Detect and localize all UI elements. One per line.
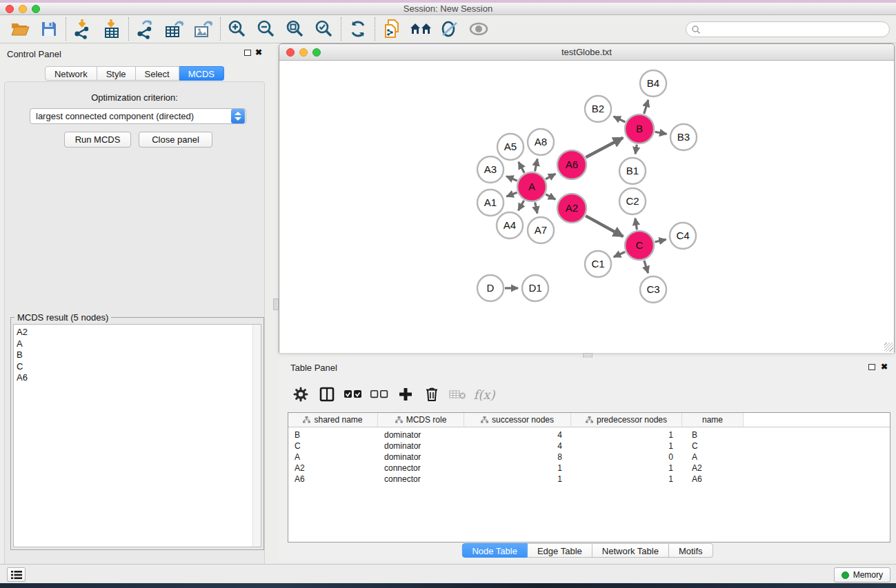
cell-predecessor-nodes[interactable]: 1 [571,430,682,440]
cell-shared-name[interactable]: A6 [288,474,378,484]
table-row[interactable]: A2connector11A2 [288,463,890,474]
result-list-item[interactable]: B [17,349,261,361]
result-scrollbar[interactable] [252,325,261,547]
run-mcds-button[interactable]: Run MCDS [64,132,131,148]
import-table-button[interactable] [97,17,126,41]
cell-MCDS-role[interactable]: dominator [378,441,464,451]
table-row[interactable]: A6connector11A6 [288,474,890,485]
save-session-button[interactable] [34,17,63,41]
network-canvas[interactable]: B4B2BB3A8A5A6A3B1AC2A1A2A4A7C4CC1DD1C3 [279,61,894,353]
add-column-button[interactable] [392,382,419,407]
delete-column-button[interactable] [419,382,445,407]
export-image-button[interactable] [189,17,218,41]
cell-MCDS-role[interactable]: dominator [378,430,464,440]
float-panel-icon[interactable] [244,50,251,56]
edge-B-B4[interactable] [644,100,648,114]
network-window-titlebar[interactable]: testGlobe.txt [279,44,894,61]
zoom-selected-button[interactable] [310,17,339,41]
cell-successor-nodes[interactable]: 1 [464,474,571,484]
cell-successor-nodes[interactable]: 1 [464,463,571,473]
close-panel-icon[interactable]: ✖ [255,48,262,57]
table-row[interactable]: Bdominator41B [288,429,890,440]
cell-shared-name[interactable]: C [288,441,378,451]
column-header-name[interactable]: name [682,413,744,427]
tab-mcds[interactable]: MCDS [179,66,224,81]
cell-MCDS-role[interactable]: dominator [378,452,464,462]
edge-B-B3[interactable] [655,132,667,134]
cell-name[interactable]: A [682,452,744,462]
tab-select[interactable]: Select [136,66,179,81]
cell-successor-nodes[interactable]: 4 [464,441,571,451]
edge-C-C3[interactable] [644,261,648,273]
tab-node-table[interactable]: Node Table [461,543,528,558]
edge-A-A8[interactable] [535,159,538,172]
column-header-shared-name[interactable]: shared name [288,413,378,427]
cell-successor-nodes[interactable]: 8 [464,452,571,462]
cell-predecessor-nodes[interactable]: 1 [571,463,682,473]
edge-A-A7[interactable] [535,203,537,214]
cell-name[interactable]: A6 [682,474,744,484]
tab-style[interactable]: Style [97,66,136,81]
minimize-window-button[interactable] [19,5,27,13]
result-list-item[interactable]: A6 [17,372,261,384]
edge-A6-B[interactable] [586,138,623,158]
vertical-divider-grip[interactable] [273,298,279,310]
delete-table-button[interactable] [445,382,471,407]
tab-edge-table[interactable]: Edge Table [528,543,593,558]
cell-predecessor-nodes[interactable]: 0 [571,452,682,462]
edge-B-B2[interactable] [614,116,626,122]
edge-A-A2[interactable] [546,194,555,199]
export-network-button[interactable] [131,17,160,41]
cell-predecessor-nodes[interactable]: 1 [571,474,682,484]
edge-C-C4[interactable] [655,239,666,242]
close-panel-button[interactable]: Close panel [139,132,212,148]
search-input[interactable] [701,23,889,36]
column-header-predecessor-nodes[interactable]: predecessor nodes [571,413,682,427]
export-table-button[interactable] [160,17,189,41]
tab-motifs[interactable]: Motifs [669,543,713,558]
close-table-panel-icon[interactable]: ✖ [881,362,888,372]
select-all-button[interactable] [340,382,366,407]
float-table-panel-icon[interactable] [868,364,875,370]
zoom-window-button[interactable] [32,5,40,13]
edge-C-C2[interactable] [635,219,637,230]
result-list-item[interactable]: C [17,361,261,373]
edge-A-A4[interactable] [518,201,524,210]
import-network-button[interactable] [68,17,97,41]
zoom-network-button[interactable] [312,48,321,57]
zoom-fit-button[interactable] [281,17,310,41]
result-list-item[interactable]: A [17,338,261,350]
apply-layout-button[interactable] [344,17,372,41]
column-header-successor-nodes[interactable]: successor nodes [464,413,571,427]
function-builder-button[interactable]: f(x) [471,382,497,407]
deselect-all-button[interactable] [366,382,392,407]
cell-shared-name[interactable]: A [288,452,378,462]
cell-shared-name[interactable]: A2 [288,463,378,473]
cell-name[interactable]: A2 [682,463,744,473]
column-header-MCDS-role[interactable]: MCDS role [378,413,464,427]
close-window-button[interactable] [6,5,14,13]
cell-MCDS-role[interactable]: connector [378,463,464,473]
show-hide-panels-button[interactable] [464,17,493,41]
edge-A-A1[interactable] [506,192,517,196]
edge-A-A6[interactable] [546,174,555,179]
table-row[interactable]: Adominator80A [288,452,890,463]
cell-successor-nodes[interactable]: 4 [464,430,571,440]
cell-name[interactable]: C [682,441,744,451]
show-columns-button[interactable] [314,382,340,407]
close-network-button[interactable] [286,48,295,57]
edge-B-B1[interactable] [635,145,637,154]
cell-shared-name[interactable]: B [288,430,378,440]
edge-A2-C[interactable] [586,216,623,236]
tab-network[interactable]: Network [45,66,97,81]
cell-predecessor-nodes[interactable]: 1 [571,441,682,451]
cell-MCDS-role[interactable]: connector [378,474,464,484]
table-settings-button[interactable] [288,382,314,407]
tab-network-table[interactable]: Network Table [593,543,669,558]
home-button[interactable] [406,17,435,41]
edge-A-A3[interactable] [506,176,517,181]
edge-C-C1[interactable] [614,252,625,256]
cell-name[interactable]: B [682,430,744,440]
zoom-in-button[interactable] [223,17,252,41]
result-list-item[interactable]: A2 [17,327,261,338]
